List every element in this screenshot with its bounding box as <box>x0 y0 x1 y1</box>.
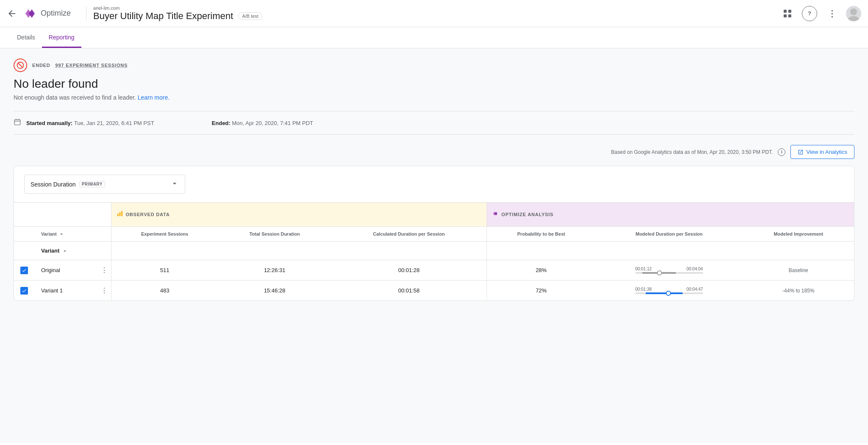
ended-label: ENDED <box>32 63 50 68</box>
column-group-header-row: OBSERVED DATA OPTIMIZE ANALYSIS <box>14 203 854 227</box>
ended-date: Ended: Mon, Apr 20, 2020, 7:41 PM PDT <box>212 120 313 126</box>
svg-rect-4 <box>788 14 791 17</box>
svg-rect-2 <box>788 10 791 13</box>
back-button[interactable] <box>7 8 17 19</box>
svg-rect-3 <box>784 14 787 17</box>
variant1-checkbox-cell[interactable] <box>14 281 34 301</box>
variant-arrow-cell: Variant <box>34 242 111 260</box>
original-checkbox-cell[interactable] <box>14 260 34 281</box>
sessions-count: 997 EXPERIMENT SESSIONS <box>56 63 128 68</box>
variant-col-header[interactable]: Variant <box>34 227 111 242</box>
experiment-title: Buyer Utility Map Title Experiment A/B t… <box>93 11 780 22</box>
svg-point-5 <box>850 8 857 15</box>
view-in-analytics-button[interactable]: View in Analytics <box>790 145 854 159</box>
sort-up-icon <box>62 248 68 254</box>
svg-point-6 <box>848 16 860 21</box>
tab-details[interactable]: Details <box>10 27 42 48</box>
main-content: ENDED 997 EXPERIMENT SESSIONS No leader … <box>0 48 868 442</box>
help-button[interactable]: ? <box>802 6 817 21</box>
svg-rect-14 <box>119 212 120 216</box>
experiment-info: ariel-lim.com Buyer Utility Map Title Ex… <box>93 6 780 22</box>
svg-rect-15 <box>121 211 122 216</box>
info-icon[interactable]: i <box>778 148 785 156</box>
top-navigation: Optimize ariel-lim.com Buyer Utility Map… <box>0 0 868 27</box>
bar-chart-icon <box>117 210 123 219</box>
original-sessions: 511 <box>111 260 218 281</box>
started-date: Started manually: Tue, Jan 21, 2020, 6:4… <box>26 120 154 126</box>
original-label-cell: Original ⋮ <box>34 260 111 281</box>
column-header-row: Variant Experiment Sessions Total Sessio… <box>14 227 854 242</box>
svg-rect-13 <box>117 214 119 216</box>
original-row: Original ⋮ 511 12:26:31 00:01:28 28% 00:… <box>14 260 854 281</box>
variant1-calc-duration: 00:01:58 <box>331 281 487 301</box>
results-table: OBSERVED DATA OPTIMIZE ANALYSIS <box>14 203 854 300</box>
variant1-label-cell: Variant 1 ⋮ <box>34 281 111 301</box>
logo-area: Optimize <box>22 6 71 21</box>
svg-rect-1 <box>784 10 787 13</box>
svg-rect-9 <box>14 120 20 125</box>
variant1-total-duration: 15:46:28 <box>218 281 331 301</box>
variant1-checkbox[interactable] <box>20 287 28 295</box>
variant-sort-row: Variant <box>14 242 854 260</box>
original-improvement: Baseline <box>743 260 854 281</box>
variant1-more-options[interactable]: ⋮ <box>101 286 108 295</box>
calculated-duration-header: Calculated Duration per Session <box>331 227 487 242</box>
checkbox-col-header <box>14 227 34 242</box>
variant1-sessions: 483 <box>111 281 218 301</box>
original-calc-duration: 00:01:28 <box>331 260 487 281</box>
optimize-logo-icon <box>22 6 37 21</box>
data-table-card: Session Duration PRIMARY <box>14 166 854 301</box>
observed-data-header: OBSERVED DATA <box>111 203 487 227</box>
ab-test-badge: A/B test <box>238 12 262 20</box>
domain-label: ariel-lim.com <box>93 6 780 11</box>
external-link-icon <box>798 149 804 155</box>
original-probability: 28% <box>487 260 595 281</box>
original-total-duration: 12:26:31 <box>218 260 331 281</box>
svg-line-8 <box>18 63 23 68</box>
modeled-improvement-header: Modeled Improvement <box>743 227 854 242</box>
modeled-duration-header: Modeled Duration per Session <box>595 227 743 242</box>
app-name: Optimize <box>41 9 71 18</box>
calendar-icon <box>14 118 21 128</box>
dates-row: Started manually: Tue, Jan 21, 2020, 6:4… <box>14 111 854 135</box>
optimize-icon <box>492 210 499 219</box>
metric-dropdown[interactable]: Session Duration PRIMARY <box>24 175 185 194</box>
result-description: Not enough data was received to find a l… <box>14 94 854 101</box>
status-row: ENDED 997 EXPERIMENT SESSIONS <box>14 58 854 72</box>
more-options-button[interactable]: ⋮ <box>824 6 839 21</box>
variant1-improvement: -44% to 185% <box>743 281 854 301</box>
variant-checkbox-cell <box>14 242 34 260</box>
nav-divider <box>86 7 86 20</box>
learn-more-link[interactable]: Learn more. <box>138 94 170 101</box>
variant1-range-track <box>635 292 703 294</box>
original-checkbox[interactable] <box>20 267 28 274</box>
analytics-bar: Based on Google Analytics data as of Mon… <box>14 145 854 159</box>
variant1-modeled-range: 00:01:38 00:04:47 <box>595 281 743 301</box>
tab-reporting[interactable]: Reporting <box>42 27 81 48</box>
analytics-data-text: Based on Google Analytics data as of Mon… <box>611 149 773 155</box>
variant1-probability: 72% <box>487 281 595 301</box>
sort-icon <box>58 231 64 237</box>
metric-dropdown-row: Session Duration PRIMARY <box>14 166 854 203</box>
apps-grid-button[interactable] <box>780 6 795 21</box>
user-avatar[interactable] <box>846 6 861 21</box>
original-modeled-range: 00:01:12 00:04:04 <box>595 260 743 281</box>
ended-icon <box>14 58 27 72</box>
experiment-sessions-header: Experiment Sessions <box>111 227 218 242</box>
probability-best-header: Probability to be Best <box>487 227 595 242</box>
primary-badge: PRIMARY <box>79 181 105 187</box>
metric-name: Session Duration <box>31 181 76 188</box>
result-title: No leader found <box>14 77 854 91</box>
original-range-track <box>635 272 703 274</box>
variant1-row: Variant 1 ⋮ 483 15:46:28 00:01:58 72% 00… <box>14 281 854 301</box>
nav-right-actions: ? ⋮ <box>780 6 861 21</box>
optimize-analysis-header: OPTIMIZE ANALYSIS <box>487 203 854 227</box>
tabs-bar: Details Reporting <box>0 27 868 48</box>
original-more-options[interactable]: ⋮ <box>101 266 108 274</box>
total-session-duration-header: Total Session Duration <box>218 227 331 242</box>
dropdown-arrow-icon <box>170 179 179 189</box>
